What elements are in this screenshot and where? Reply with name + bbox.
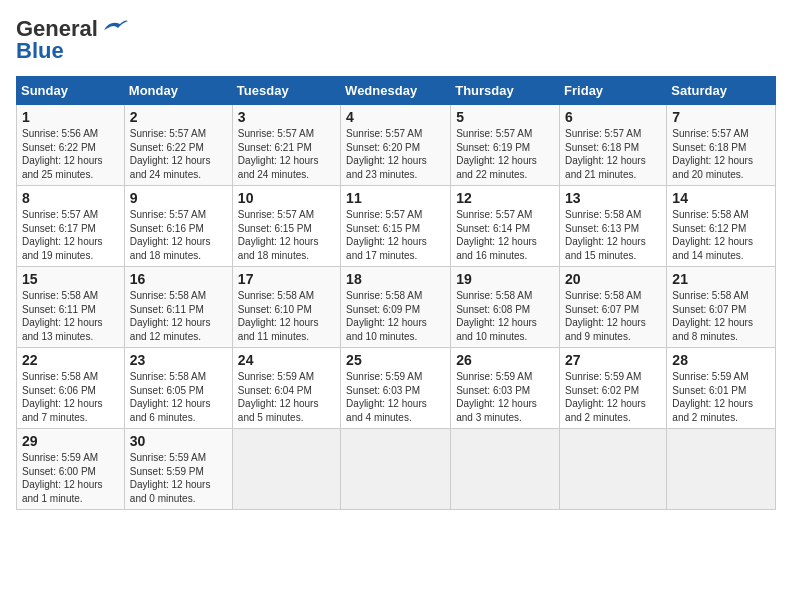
- page-header: General Blue: [16, 16, 776, 64]
- day-info: Sunrise: 5:57 AM Sunset: 6:15 PM Dayligh…: [238, 209, 319, 261]
- calendar-cell: 29Sunrise: 5:59 AM Sunset: 6:00 PM Dayli…: [17, 429, 125, 510]
- col-header-friday: Friday: [560, 77, 667, 105]
- day-number: 17: [238, 271, 335, 287]
- day-number: 1: [22, 109, 119, 125]
- day-number: 15: [22, 271, 119, 287]
- day-number: 28: [672, 352, 770, 368]
- calendar-cell: 7Sunrise: 5:57 AM Sunset: 6:18 PM Daylig…: [667, 105, 776, 186]
- calendar-cell: [451, 429, 560, 510]
- calendar-cell: 25Sunrise: 5:59 AM Sunset: 6:03 PM Dayli…: [341, 348, 451, 429]
- calendar-cell: 18Sunrise: 5:58 AM Sunset: 6:09 PM Dayli…: [341, 267, 451, 348]
- calendar-cell: 15Sunrise: 5:58 AM Sunset: 6:11 PM Dayli…: [17, 267, 125, 348]
- day-info: Sunrise: 5:58 AM Sunset: 6:11 PM Dayligh…: [130, 290, 211, 342]
- calendar-cell: 1Sunrise: 5:56 AM Sunset: 6:22 PM Daylig…: [17, 105, 125, 186]
- day-info: Sunrise: 5:58 AM Sunset: 6:08 PM Dayligh…: [456, 290, 537, 342]
- calendar-cell: 20Sunrise: 5:58 AM Sunset: 6:07 PM Dayli…: [560, 267, 667, 348]
- day-info: Sunrise: 5:57 AM Sunset: 6:22 PM Dayligh…: [130, 128, 211, 180]
- day-info: Sunrise: 5:57 AM Sunset: 6:16 PM Dayligh…: [130, 209, 211, 261]
- day-info: Sunrise: 5:58 AM Sunset: 6:05 PM Dayligh…: [130, 371, 211, 423]
- day-number: 24: [238, 352, 335, 368]
- day-info: Sunrise: 5:59 AM Sunset: 6:03 PM Dayligh…: [346, 371, 427, 423]
- col-header-tuesday: Tuesday: [232, 77, 340, 105]
- day-info: Sunrise: 5:59 AM Sunset: 5:59 PM Dayligh…: [130, 452, 211, 504]
- col-header-monday: Monday: [124, 77, 232, 105]
- calendar-cell: 26Sunrise: 5:59 AM Sunset: 6:03 PM Dayli…: [451, 348, 560, 429]
- day-number: 13: [565, 190, 661, 206]
- day-info: Sunrise: 5:57 AM Sunset: 6:19 PM Dayligh…: [456, 128, 537, 180]
- calendar-cell: 30Sunrise: 5:59 AM Sunset: 5:59 PM Dayli…: [124, 429, 232, 510]
- day-number: 10: [238, 190, 335, 206]
- day-number: 6: [565, 109, 661, 125]
- calendar-cell: 21Sunrise: 5:58 AM Sunset: 6:07 PM Dayli…: [667, 267, 776, 348]
- calendar-cell: 11Sunrise: 5:57 AM Sunset: 6:15 PM Dayli…: [341, 186, 451, 267]
- day-number: 14: [672, 190, 770, 206]
- day-info: Sunrise: 5:57 AM Sunset: 6:14 PM Dayligh…: [456, 209, 537, 261]
- calendar-cell: 3Sunrise: 5:57 AM Sunset: 6:21 PM Daylig…: [232, 105, 340, 186]
- day-info: Sunrise: 5:57 AM Sunset: 6:21 PM Dayligh…: [238, 128, 319, 180]
- day-number: 29: [22, 433, 119, 449]
- col-header-thursday: Thursday: [451, 77, 560, 105]
- day-number: 30: [130, 433, 227, 449]
- calendar-cell: 16Sunrise: 5:58 AM Sunset: 6:11 PM Dayli…: [124, 267, 232, 348]
- day-number: 11: [346, 190, 445, 206]
- calendar-cell: 10Sunrise: 5:57 AM Sunset: 6:15 PM Dayli…: [232, 186, 340, 267]
- col-header-saturday: Saturday: [667, 77, 776, 105]
- day-number: 9: [130, 190, 227, 206]
- calendar-cell: 12Sunrise: 5:57 AM Sunset: 6:14 PM Dayli…: [451, 186, 560, 267]
- day-number: 22: [22, 352, 119, 368]
- day-info: Sunrise: 5:58 AM Sunset: 6:07 PM Dayligh…: [565, 290, 646, 342]
- day-info: Sunrise: 5:57 AM Sunset: 6:17 PM Dayligh…: [22, 209, 103, 261]
- logo-blue: Blue: [16, 38, 64, 64]
- day-info: Sunrise: 5:58 AM Sunset: 6:07 PM Dayligh…: [672, 290, 753, 342]
- col-header-wednesday: Wednesday: [341, 77, 451, 105]
- day-number: 3: [238, 109, 335, 125]
- day-info: Sunrise: 5:57 AM Sunset: 6:18 PM Dayligh…: [565, 128, 646, 180]
- day-info: Sunrise: 5:59 AM Sunset: 6:02 PM Dayligh…: [565, 371, 646, 423]
- logo-bird-icon: [100, 16, 130, 38]
- day-number: 26: [456, 352, 554, 368]
- calendar-cell: [560, 429, 667, 510]
- calendar-cell: 22Sunrise: 5:58 AM Sunset: 6:06 PM Dayli…: [17, 348, 125, 429]
- calendar-cell: 27Sunrise: 5:59 AM Sunset: 6:02 PM Dayli…: [560, 348, 667, 429]
- day-number: 16: [130, 271, 227, 287]
- day-info: Sunrise: 5:59 AM Sunset: 6:01 PM Dayligh…: [672, 371, 753, 423]
- calendar-cell: 2Sunrise: 5:57 AM Sunset: 6:22 PM Daylig…: [124, 105, 232, 186]
- day-number: 23: [130, 352, 227, 368]
- calendar-cell: 8Sunrise: 5:57 AM Sunset: 6:17 PM Daylig…: [17, 186, 125, 267]
- day-info: Sunrise: 5:58 AM Sunset: 6:09 PM Dayligh…: [346, 290, 427, 342]
- day-info: Sunrise: 5:58 AM Sunset: 6:13 PM Dayligh…: [565, 209, 646, 261]
- calendar-cell: [232, 429, 340, 510]
- day-number: 25: [346, 352, 445, 368]
- calendar-cell: [667, 429, 776, 510]
- calendar-cell: [341, 429, 451, 510]
- logo: General Blue: [16, 16, 130, 64]
- day-number: 20: [565, 271, 661, 287]
- calendar-cell: 28Sunrise: 5:59 AM Sunset: 6:01 PM Dayli…: [667, 348, 776, 429]
- day-number: 21: [672, 271, 770, 287]
- day-number: 19: [456, 271, 554, 287]
- day-number: 5: [456, 109, 554, 125]
- day-info: Sunrise: 5:59 AM Sunset: 6:00 PM Dayligh…: [22, 452, 103, 504]
- day-info: Sunrise: 5:58 AM Sunset: 6:11 PM Dayligh…: [22, 290, 103, 342]
- day-info: Sunrise: 5:58 AM Sunset: 6:12 PM Dayligh…: [672, 209, 753, 261]
- day-number: 8: [22, 190, 119, 206]
- col-header-sunday: Sunday: [17, 77, 125, 105]
- day-info: Sunrise: 5:57 AM Sunset: 6:18 PM Dayligh…: [672, 128, 753, 180]
- day-number: 27: [565, 352, 661, 368]
- day-number: 4: [346, 109, 445, 125]
- day-info: Sunrise: 5:57 AM Sunset: 6:15 PM Dayligh…: [346, 209, 427, 261]
- calendar-cell: 14Sunrise: 5:58 AM Sunset: 6:12 PM Dayli…: [667, 186, 776, 267]
- calendar-cell: 6Sunrise: 5:57 AM Sunset: 6:18 PM Daylig…: [560, 105, 667, 186]
- day-info: Sunrise: 5:59 AM Sunset: 6:04 PM Dayligh…: [238, 371, 319, 423]
- calendar-cell: 19Sunrise: 5:58 AM Sunset: 6:08 PM Dayli…: [451, 267, 560, 348]
- day-number: 12: [456, 190, 554, 206]
- calendar-cell: 13Sunrise: 5:58 AM Sunset: 6:13 PM Dayli…: [560, 186, 667, 267]
- day-info: Sunrise: 5:59 AM Sunset: 6:03 PM Dayligh…: [456, 371, 537, 423]
- day-number: 2: [130, 109, 227, 125]
- calendar-table: SundayMondayTuesdayWednesdayThursdayFrid…: [16, 76, 776, 510]
- day-info: Sunrise: 5:58 AM Sunset: 6:06 PM Dayligh…: [22, 371, 103, 423]
- day-info: Sunrise: 5:56 AM Sunset: 6:22 PM Dayligh…: [22, 128, 103, 180]
- calendar-cell: 5Sunrise: 5:57 AM Sunset: 6:19 PM Daylig…: [451, 105, 560, 186]
- day-number: 7: [672, 109, 770, 125]
- day-info: Sunrise: 5:58 AM Sunset: 6:10 PM Dayligh…: [238, 290, 319, 342]
